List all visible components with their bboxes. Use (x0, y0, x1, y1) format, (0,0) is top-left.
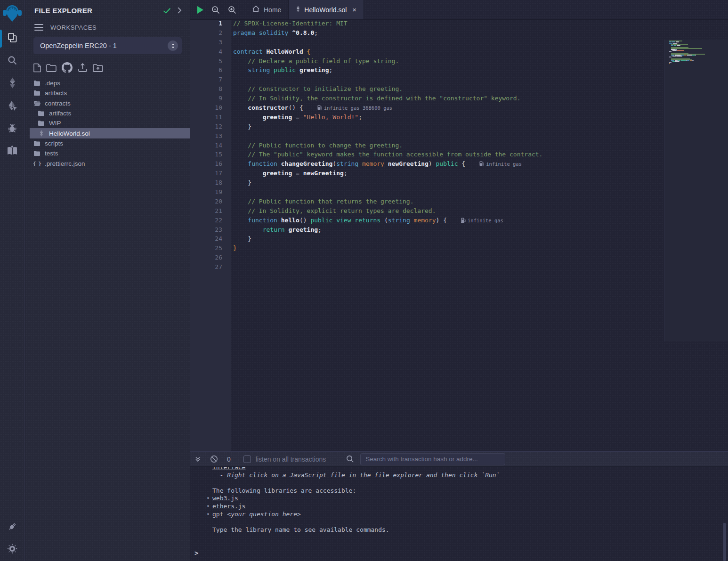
listen-transactions-checkbox[interactable] (243, 455, 251, 463)
terminal-panel: 0 listen on all transactions interface -… (190, 451, 728, 561)
code-editor[interactable]: 1234567891011121314151617181920212223242… (190, 20, 728, 451)
code-line: // In Solidity, explicit return types ar… (231, 207, 664, 217)
check-icon[interactable] (163, 8, 171, 14)
tab-bar: Home HelloWorld.sol × (190, 0, 728, 20)
remix-logo-icon[interactable] (0, 0, 25, 27)
line-number: 1 (190, 20, 231, 29)
terminal-search-icon (346, 455, 354, 463)
line-number: 22 (190, 217, 231, 226)
sidebar-item-learneth[interactable] (0, 140, 25, 163)
workspace-sort-icon (168, 41, 178, 51)
folder-icon (37, 120, 45, 126)
folder-open-icon (33, 100, 41, 106)
tab-home[interactable]: Home (245, 0, 289, 19)
tab-label: Home (264, 6, 281, 14)
tree-item-contracts[interactable]: contracts (30, 98, 190, 108)
code-line: greeting = newGreeting; (231, 170, 664, 179)
sidebar-item-file-explorer[interactable] (0, 27, 25, 50)
indent-guide (246, 57, 246, 245)
code-line: } (231, 179, 664, 188)
workspace-selected-value: OpenZeppelin ERC20 - 1 (40, 42, 168, 49)
run-script-button[interactable] (197, 6, 203, 14)
tree-item-tests[interactable]: tests (30, 148, 190, 158)
activity-bar (0, 0, 25, 561)
line-number: 21 (190, 207, 231, 217)
workspace-select[interactable]: OpenZeppelin ERC20 - 1 (33, 37, 182, 54)
tree-item-scripts[interactable]: scripts (30, 138, 190, 148)
zoom-out-icon[interactable] (211, 6, 220, 14)
terminal-output[interactable]: interface - Right click on a JavaScript … (190, 467, 728, 561)
tree-item-label: tests (45, 150, 58, 157)
folder-icon (33, 150, 41, 156)
clear-console-icon[interactable] (210, 455, 218, 463)
tree-item-helloworld-sol[interactable]: HelloWorld.sol (30, 128, 190, 138)
file-explorer-icon (7, 32, 18, 45)
terminal-link[interactable]: interface (212, 467, 245, 471)
line-number: 11 (190, 114, 231, 123)
tree-item--prettierrc-json[interactable]: { }.prettierrc.json (30, 158, 190, 168)
chevron-right-icon[interactable] (178, 7, 182, 14)
new-folder-icon[interactable] (46, 64, 57, 72)
terminal-search-input[interactable] (360, 453, 505, 465)
github-icon[interactable] (62, 62, 73, 73)
bug-icon (7, 122, 18, 136)
folder-icon (33, 90, 41, 96)
line-number: 12 (190, 123, 231, 132)
code-line: // The "public" keyword makes the functi… (231, 151, 664, 160)
close-icon[interactable]: × (352, 6, 356, 13)
code-line (231, 132, 664, 142)
terminal-link[interactable]: web3.js (212, 495, 238, 502)
sidebar-item-plugin-manager[interactable] (0, 516, 25, 538)
terminal-line (212, 479, 728, 487)
line-number: 15 (190, 151, 231, 160)
collapse-terminal-icon[interactable] (194, 456, 201, 463)
tree-item--deps[interactable]: .deps (30, 78, 190, 88)
solidity-file-icon (296, 6, 300, 14)
line-number: 4 (190, 48, 231, 57)
upload-file-icon[interactable] (78, 63, 88, 73)
terminal-line: ethers.js (212, 503, 728, 511)
code-line: } (231, 244, 664, 254)
sidebar-item-deploy-run[interactable] (0, 95, 25, 118)
tree-item-wip[interactable]: WIP (30, 118, 190, 128)
tree-item-label: contracts (45, 100, 71, 107)
line-number: 3 (190, 39, 231, 48)
line-number: 23 (190, 226, 231, 236)
new-file-icon[interactable] (33, 63, 41, 73)
code-line: greeting = "Hello, World!"; (231, 114, 664, 123)
line-number: 8 (190, 85, 231, 95)
zoom-in-icon[interactable] (228, 6, 236, 14)
workspaces-menu-icon[interactable] (34, 24, 43, 31)
tree-item-artifacts[interactable]: artifacts (30, 108, 190, 118)
sidebar-item-debugger[interactable] (0, 118, 25, 140)
panel-title: FILE EXPLORER (34, 7, 156, 15)
minimap[interactable] (664, 40, 728, 341)
home-icon (252, 5, 260, 14)
tree-item-artifacts[interactable]: artifacts (30, 88, 190, 98)
tab-label: HelloWorld.sol (304, 6, 347, 14)
solidity-icon (37, 130, 45, 137)
upload-folder-icon[interactable] (93, 64, 103, 72)
terminal-prompt[interactable]: > (194, 549, 198, 557)
line-number: 5 (190, 57, 231, 67)
code-line: return greeting; (231, 226, 664, 236)
editor-area: Home HelloWorld.sol × 123456789101112131… (190, 0, 728, 561)
terminal-link[interactable]: ethers.js (212, 503, 245, 510)
tab-helloworld-sol[interactable]: HelloWorld.sol × (289, 0, 364, 19)
line-number: 16 (190, 160, 231, 170)
sidebar-item-settings[interactable] (0, 538, 25, 561)
code-line (231, 254, 664, 263)
line-number: 18 (190, 179, 231, 188)
listen-transactions-label: listen on all transactions (256, 455, 326, 463)
tree-item-label: .prettierrc.json (45, 160, 85, 167)
code-line: constructor() {infinite gas 368600 gas (231, 104, 664, 114)
braces-icon: { } (33, 161, 41, 167)
line-number: 25 (190, 244, 231, 254)
sidebar-item-search[interactable] (0, 50, 25, 73)
folder-icon (33, 140, 41, 146)
gear-icon (7, 544, 17, 556)
line-number-gutter: 1234567891011121314151617181920212223242… (190, 20, 231, 451)
code-line: // In Solidity, the constructor is defin… (231, 95, 664, 104)
sidebar-item-solidity-compiler[interactable] (0, 73, 25, 95)
terminal-scrollbar[interactable] (723, 523, 726, 561)
